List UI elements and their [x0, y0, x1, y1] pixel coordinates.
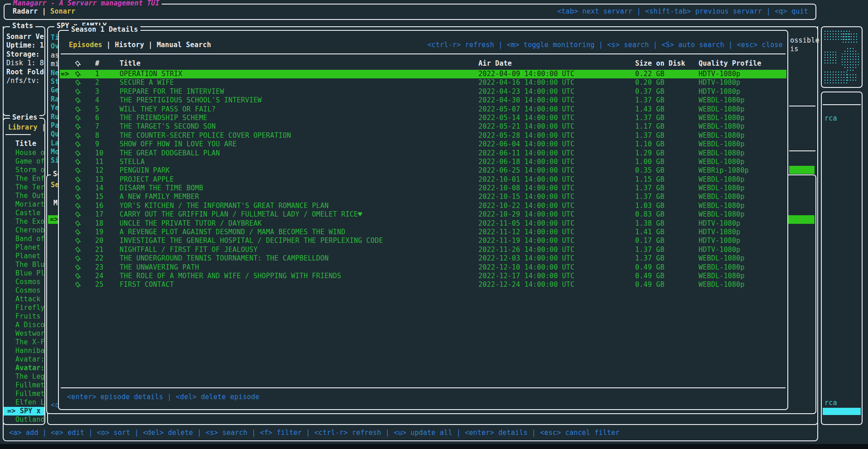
episode-number: 11 [95, 158, 120, 166]
bookmark-icon [75, 87, 95, 96]
episode-row[interactable]: => 1 OPERATION STRIX 2022-04-09 14:00:00… [60, 70, 786, 78]
column-size-on-disk[interactable]: Size on Disk [635, 59, 699, 68]
stat-root-folder-value: /nfs/tv: 1 [6, 77, 44, 85]
bookmark-icon [75, 158, 95, 166]
episode-quality: WEBDL-1080p [699, 202, 786, 210]
episode-number: 8 [95, 131, 120, 140]
column-title[interactable]: Title [120, 59, 478, 68]
tab-episodes[interactable]: Episodes [69, 41, 102, 49]
episode-title: SECURE A WIFE [120, 78, 478, 87]
series-list-item[interactable]: The Out [4, 192, 44, 200]
column-air-date[interactable]: Air Date [478, 59, 635, 68]
episode-number: 21 [95, 246, 120, 254]
episode-air-date: 2022-06-18 14:00:00 UTC [478, 158, 635, 166]
tab-manual-search[interactable]: Manual Search [157, 41, 211, 49]
episode-row[interactable]: 19 A REVENGE PLOT AGAINST DESMOND / MAMA… [60, 228, 786, 237]
episode-row[interactable]: 6 THE FRIENDSHIP SCHEME 2022-05-14 14:00… [60, 114, 786, 122]
series-list-item[interactable]: Storm o [4, 166, 44, 174]
episode-title: OPERATION STRIX [120, 70, 478, 78]
episode-row[interactable]: 2 SECURE A WIFE 2022-04-16 14:00:00 UTC … [60, 78, 786, 87]
series-list-item[interactable]: The Ter [4, 183, 44, 192]
series-list-item[interactable]: Attack [4, 295, 44, 304]
series-list-item[interactable]: Game of [4, 157, 44, 166]
episode-row[interactable]: 23 THE UNWAVERING PATH 2022-12-10 14:00:… [60, 263, 786, 272]
episode-row[interactable]: 11 STELLA 2022-06-18 14:00:00 UTC 1.00 G… [60, 158, 786, 166]
series-list-item[interactable]: Cosmos [4, 286, 44, 295]
tab-history[interactable]: History [115, 41, 145, 49]
episode-row[interactable]: 7 THE TARGET'S SECOND SON 2022-05-21 14:… [60, 122, 786, 131]
episode-title: INVESTIGATE THE GENERAL HOSPITAL / DECIP… [120, 237, 478, 245]
series-list-item[interactable]: Chernob [4, 226, 44, 235]
series-list-item[interactable]: Planet [4, 243, 44, 252]
series-list-item[interactable]: Fullmet [4, 390, 44, 398]
episode-row[interactable]: 13 PROJECT APPLE 2022-10-01 14:00:00 UTC… [60, 175, 786, 184]
series-list-item[interactable]: Outland [4, 415, 44, 424]
series-list-item[interactable]: Westwor [4, 329, 44, 338]
series-list-item[interactable]: Fullmet [4, 381, 44, 390]
episode-row[interactable]: 9 SHOW OFF HOW IN LOVE YOU ARE 2022-06-0… [60, 140, 786, 149]
series-list-item[interactable]: Band of [4, 235, 44, 243]
episode-row[interactable]: 12 PENGUIN PARK 2022-06-25 14:00:00 UTC … [60, 166, 786, 175]
column-quality-profile[interactable]: Quality Profile [699, 59, 786, 68]
series-list-item[interactable]: Castle [4, 209, 44, 217]
series-list-item[interactable]: The Leg [4, 372, 44, 381]
episode-size: 1.41 GB [635, 228, 699, 237]
tab-sonarr[interactable]: Sonarr [50, 7, 75, 15]
episode-air-date: 2022-06-11 14:00:00 UTC [478, 149, 635, 158]
series-list-item[interactable]: Avatar: [4, 364, 44, 372]
series-list-item[interactable]: The Blu [4, 261, 44, 269]
episode-row[interactable]: 5 WILL THEY PASS OR FAIL? 2022-05-07 14:… [60, 105, 786, 114]
series-list-item[interactable]: Blue Pl [4, 269, 44, 278]
episode-row[interactable]: 21 NIGHTFALL / FIRST FIT OF JEALOUSY 202… [60, 246, 786, 254]
episode-row[interactable]: 10 THE GREAT DODGEBALL PLAN 2022-06-11 1… [60, 149, 786, 158]
episode-row[interactable]: 17 CARRY OUT THE GRIFFIN PLAN / FULLMETA… [60, 210, 786, 219]
series-list-item[interactable]: Hanniba [4, 347, 44, 355]
episode-row[interactable]: 4 THE PRESTIGIOUS SCHOOL'S INTERVIEW 202… [60, 96, 786, 105]
series-list-item[interactable]: Fruits [4, 312, 44, 321]
series-list-item[interactable]: The Enf [4, 174, 44, 183]
episode-row[interactable]: 25 FIRST CONTACT 2022-12-24 14:00:00 UTC… [60, 280, 786, 289]
episode-air-date: 2022-10-08 14:00:00 UTC [478, 184, 635, 193]
episode-row[interactable]: 22 THE UNDERGROUND TENNIS TOURNAMENT: TH… [60, 254, 786, 263]
episode-size: 1.37 GB [635, 131, 699, 140]
episode-row[interactable]: 15 A NEW FAMILY MEMBER 2022-10-15 14:00:… [60, 193, 786, 201]
episodes-tabs-separator [61, 53, 786, 54]
tab-radarr[interactable]: Radarr [13, 7, 38, 15]
episode-row[interactable]: 16 YOR'S KITCHEN / THE INFORMANT'S GREAT… [60, 202, 786, 210]
seasons-table-header-separator-fragment [789, 150, 815, 151]
episode-quality: WEBRip-1080p [699, 166, 786, 175]
bookmark-icon [75, 78, 95, 87]
series-list-item[interactable]: Avatar: [4, 355, 44, 364]
episode-title: DISARM THE TIME BOMB [120, 184, 478, 193]
episode-number: 10 [95, 149, 120, 158]
series-list-item[interactable]: Firefly [4, 304, 44, 312]
series-list-item[interactable]: => SPY x F [4, 407, 44, 415]
bookmark-icon [75, 219, 95, 228]
overview-text-fragment: ossible [790, 36, 820, 44]
series-list-item[interactable]: The X-F [4, 338, 44, 347]
tab-library[interactable]: Library [8, 123, 38, 131]
episodes-footer-keybinds: <enter> episode details | <del> delete e… [67, 393, 260, 401]
right-info-progress-bar[interactable] [823, 408, 861, 415]
season-details-popup: Season 1 Details Episodes | History | Ma… [58, 30, 788, 410]
episode-row[interactable]: 24 THE ROLE OF A MOTHER AND WIFE / SHOPP… [60, 272, 786, 280]
episode-row[interactable]: 20 INVESTIGATE THE GENERAL HOSPITAL / DE… [60, 237, 786, 245]
episode-row[interactable]: 8 THE COUNTER-SECRET POLICE COVER OPERAT… [60, 131, 786, 140]
series-list-item[interactable]: A Disco [4, 321, 44, 329]
episode-row[interactable]: 18 UNCLE THE PRIVATE TUTOR / DAYBREAK 20… [60, 219, 786, 228]
series-list-item[interactable]: Planet [4, 252, 44, 261]
episode-row[interactable]: 14 DISARM THE TIME BOMB 2022-10-08 14:00… [60, 184, 786, 193]
series-list-item[interactable]: Elfen L [4, 398, 44, 407]
column-number[interactable]: # [95, 59, 120, 68]
bookmark-icon [75, 149, 95, 158]
episode-number: 15 [95, 193, 120, 201]
episode-row[interactable]: 3 PREPARE FOR THE INTERVIEW 2022-04-23 1… [60, 87, 786, 96]
series-list-item[interactable]: Moriart [4, 200, 44, 209]
episode-number: 19 [95, 228, 120, 237]
bookmark-icon [75, 59, 95, 68]
series-list-item[interactable]: Cosmos [4, 278, 44, 286]
series-list-item[interactable]: The Exo [4, 217, 44, 226]
series-list-item[interactable]: House o [4, 149, 44, 157]
episode-quality: WEBDL-1080p [699, 149, 786, 158]
tab-cursor-bar: | [42, 123, 46, 131]
